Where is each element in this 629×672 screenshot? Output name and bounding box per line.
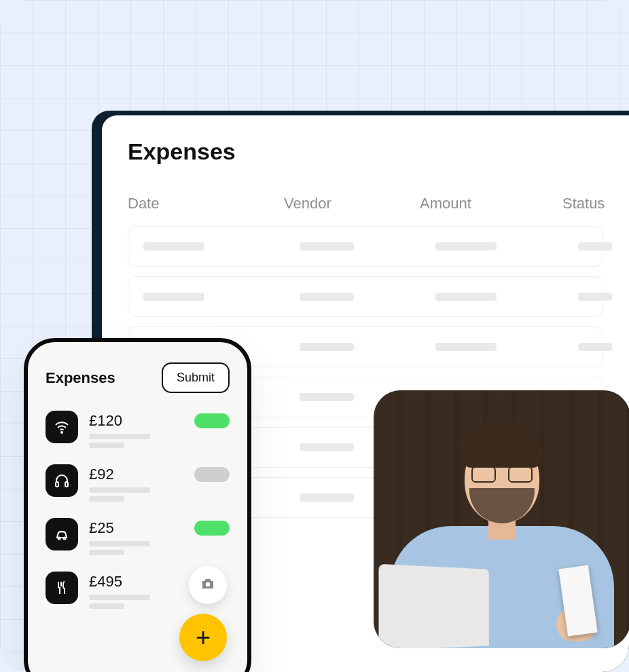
expense-amount: £25 — [89, 519, 183, 537]
skeleton — [300, 393, 354, 401]
skeleton — [143, 242, 204, 250]
svg-point-0 — [61, 432, 62, 433]
skeleton — [89, 595, 150, 600]
skeleton — [435, 293, 497, 301]
headphones-icon — [46, 464, 78, 497]
skeleton — [300, 443, 354, 451]
table-row[interactable] — [128, 276, 603, 317]
col-date: Date — [128, 195, 284, 212]
skeleton — [143, 293, 204, 301]
svg-rect-2 — [65, 482, 68, 487]
skeleton — [89, 541, 150, 546]
skeleton — [578, 242, 612, 250]
skeleton — [300, 343, 354, 351]
submit-button[interactable]: Submit — [162, 362, 230, 393]
hero-photo — [374, 390, 629, 648]
list-item[interactable]: £120 — [46, 411, 230, 448]
plus-icon: + — [196, 623, 211, 652]
camera-icon — [200, 576, 216, 595]
skeleton — [300, 293, 354, 301]
svg-point-5 — [206, 582, 210, 586]
expense-amount: £92 — [89, 466, 183, 483]
promo-card: Expenses Date Vendor Amount Status — [0, 0, 629, 672]
skeleton — [89, 603, 124, 609]
status-badge — [194, 521, 230, 536]
page-title: Expenses — [128, 138, 603, 165]
phone-title: Expenses — [46, 369, 115, 387]
table-row[interactable] — [128, 226, 603, 267]
skeleton — [300, 493, 354, 502]
skeleton — [89, 443, 124, 448]
list-item[interactable]: £92 — [46, 464, 230, 502]
expense-amount: £120 — [89, 412, 183, 430]
skeleton — [435, 343, 497, 351]
col-amount: Amount — [420, 195, 562, 212]
food-icon — [46, 572, 78, 604]
car-icon — [46, 518, 78, 550]
status-badge — [194, 467, 230, 482]
skeleton — [578, 293, 612, 301]
skeleton — [89, 487, 150, 493]
skeleton — [578, 343, 612, 351]
wifi-icon — [46, 411, 78, 443]
skeleton — [89, 496, 124, 502]
skeleton — [89, 550, 124, 555]
list-item[interactable]: £25 — [46, 518, 230, 555]
skeleton — [300, 242, 354, 250]
camera-button[interactable] — [189, 566, 227, 604]
add-expense-button[interactable]: + — [179, 614, 227, 661]
svg-rect-1 — [56, 482, 58, 487]
col-status: Status — [562, 195, 605, 212]
status-badge — [194, 413, 230, 428]
col-vendor: Vendor — [284, 195, 420, 212]
table-header: Date Vendor Amount Status — [128, 195, 603, 222]
phone-mock: Expenses Submit £120 £92 — [24, 338, 251, 672]
skeleton — [435, 242, 497, 250]
skeleton — [89, 434, 150, 439]
